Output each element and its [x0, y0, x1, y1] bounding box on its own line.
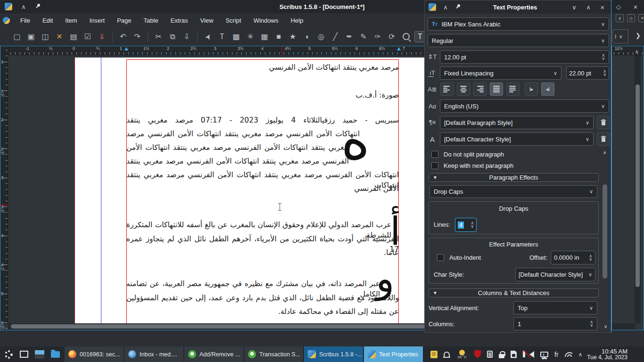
panel-restore-icon[interactable]: ∧ [584, 4, 593, 11]
task-button[interactable]: Add/Remove ... [184, 346, 244, 362]
scroll-up-icon[interactable]: ∧ [603, 150, 606, 155]
task-button[interactable]: Inbox - med.... [124, 346, 184, 362]
language-combo[interactable]: English (US) ∨ [440, 99, 609, 113]
auto-indent-checkbox[interactable] [437, 254, 444, 261]
paragraph-style-combo[interactable]: [Default Paragraph Style] ∨ [440, 116, 594, 129]
dropcap-lines-spinbox[interactable]: 4 ∧∨ [455, 218, 477, 232]
columns-spinbox[interactable]: 1 ∧∨ [513, 317, 597, 330]
clipboard-icon[interactable] [487, 351, 493, 358]
insert-line-icon[interactable]: ╱ [330, 31, 341, 42]
maximize-window-icon[interactable]: ◇ [614, 3, 623, 10]
dropcap-char-style-combo[interactable]: [Default Character Style] ∨ [515, 268, 595, 281]
insert-freehand-icon[interactable]: ✎ [358, 31, 369, 42]
preflight-verifier-icon[interactable]: ☑ [82, 31, 93, 42]
mdi-minimize-icon[interactable]: ∨ [616, 14, 624, 22]
display-icon[interactable] [540, 352, 548, 357]
insert-shape-icon[interactable]: ■ [273, 31, 284, 42]
task-button[interactable]: 0016963: sec... [65, 346, 124, 362]
task-button[interactable]: Text Properties [364, 346, 424, 362]
scroll-up-icon[interactable]: ∧ [635, 49, 638, 54]
columns-text-distances-header[interactable]: ▼ Columns & Text Distances [429, 288, 599, 297]
menu-table[interactable]: Table [138, 15, 164, 26]
keep-with-next-checkbox[interactable] [431, 162, 438, 169]
mdi-restore-icon[interactable]: ◇ [627, 14, 635, 22]
cut-icon[interactable]: ✂ [153, 31, 164, 42]
wifi-icon[interactable] [565, 352, 572, 357]
weather-icon[interactable]: 28 °C [456, 350, 468, 359]
linespacing-mode-combo[interactable]: Fixed Linespacing ∨ [440, 66, 561, 80]
paragraph-effects-header[interactable]: ▼ Paragraph Effects [429, 173, 599, 182]
menu-edit[interactable]: Edit [37, 15, 58, 26]
notifications-icon[interactable] [444, 352, 450, 357]
menu-view[interactable]: View [194, 15, 219, 26]
vertical-scrollbar[interactable] [635, 55, 641, 323]
insert-text-frame-icon[interactable]: T [216, 31, 228, 42]
linespacing-spinbox[interactable]: 22.00 pt ∧∨ [566, 66, 609, 80]
menu-file[interactable]: File [15, 15, 36, 26]
document-lock-icon[interactable] [511, 351, 517, 358]
font-style-combo[interactable]: Regular ∨ [428, 34, 609, 47]
vertical-scrollbar-thumb[interactable] [636, 84, 640, 287]
close-window-icon[interactable]: × [631, 3, 640, 11]
effect-type-combo[interactable]: Drop Caps ∨ [429, 185, 597, 198]
insert-table-icon[interactable]: ▦ [259, 31, 270, 42]
direction-rtl-button[interactable]: ◂I [541, 82, 554, 96]
font-size-spinbox[interactable]: 12.00 pt ∧∨ [440, 50, 609, 64]
panel-pin-icon[interactable] [455, 4, 461, 10]
copy-icon[interactable]: ⧉ [167, 31, 178, 42]
remove-paragraph-style-button[interactable] [597, 116, 610, 129]
insert-bezier-icon[interactable]: ✒ [344, 31, 355, 42]
select-item-icon[interactable]: ➤ [200, 29, 215, 44]
paste-icon[interactable]: ⇩ [181, 31, 192, 42]
insert-image-frame-icon[interactable]: ▩ [231, 31, 242, 42]
tray-expand-icon[interactable]: ∧ [578, 351, 583, 358]
notes-icon[interactable] [430, 351, 438, 358]
security-shield-icon[interactable] [474, 350, 481, 358]
align-left-button[interactable] [440, 82, 454, 96]
font-family-combo[interactable]: 𝐓ᴛ IBM Plex Sans Arabic ∨ [428, 17, 609, 31]
menu-windows[interactable]: Windows [248, 15, 284, 26]
direction-ltr-button[interactable]: I▸ [525, 82, 538, 96]
task-button[interactable]: Scribus 1.5.8 -... [304, 346, 364, 362]
lock-icon[interactable] [499, 354, 504, 358]
rotate-item-icon[interactable]: ⟳ [386, 31, 397, 42]
print-document-icon[interactable]: ▤ [68, 31, 79, 42]
menu-item[interactable]: Item [59, 15, 83, 26]
panel-close-icon[interactable]: × [598, 3, 607, 11]
task-button[interactable]: Transaction S... [244, 346, 304, 362]
menu-script[interactable]: Script [220, 15, 247, 26]
virtual-desktop-2-icon[interactable] [35, 350, 44, 359]
save-document-icon[interactable]: ◫ [40, 31, 51, 42]
insert-render-frame-icon[interactable]: ✳ [245, 31, 256, 42]
align-force-justify-button[interactable] [506, 82, 520, 96]
clock[interactable]: 10:45 AM Tue 4, Jul, 2023 [587, 348, 627, 361]
zoom-icon[interactable] [400, 31, 412, 42]
ruler-origin-corner[interactable] [0, 46, 8, 55]
insert-calligraphy-icon[interactable]: ✑ [372, 31, 383, 42]
vertical-alignment-combo[interactable]: Top ∨ [513, 301, 597, 314]
remove-character-style-button[interactable] [597, 132, 610, 146]
menu-insert[interactable]: Insert [84, 15, 111, 26]
insert-spiral-icon[interactable]: ◎ [315, 31, 327, 42]
open-document-icon[interactable]: ▣ [25, 31, 37, 42]
redo-icon[interactable]: ↷ [132, 31, 143, 42]
file-manager-icon[interactable] [51, 351, 60, 358]
application-launcher-icon[interactable] [5, 350, 13, 359]
scroll-down-icon[interactable]: ∨ [604, 324, 607, 329]
virtual-desktop-1-icon[interactable] [20, 351, 28, 358]
vertical-ruler[interactable]: 11½22½33½44½55½ [0, 55, 8, 324]
align-center-button[interactable] [457, 82, 470, 96]
keyboard-layout-indicator[interactable]: fr [554, 351, 559, 358]
menu-help[interactable]: Help [285, 15, 309, 26]
panel-shade-icon[interactable]: ∧ [441, 4, 450, 11]
undo-icon[interactable]: ↶ [117, 31, 129, 42]
overflow-combo[interactable]: l ∨ [612, 29, 628, 43]
do-not-split-checkbox[interactable] [431, 151, 438, 158]
toolbar-extender-icon[interactable]: ❯ [636, 32, 641, 39]
panel-minimize-icon[interactable]: ∨ [570, 4, 579, 11]
volume-muted-icon[interactable] [529, 351, 534, 358]
character-style-combo[interactable]: [Default Character Style] ∨ [440, 132, 594, 146]
offset-spinbox[interactable]: 0.0000 in ∧∨ [551, 251, 595, 264]
panel-scrollbar-thumb[interactable] [603, 184, 607, 279]
close-document-icon[interactable]: ✕ [54, 31, 65, 42]
